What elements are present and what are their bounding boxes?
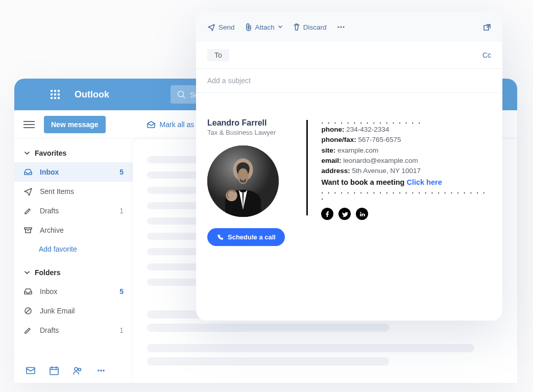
compose-panel: Send Attach Discard To Cc Leandro Farrel… [196,12,502,321]
sidebar-folder-inbox[interactable]: Inbox 5 [14,282,133,301]
recipients-row: To Cc [196,42,502,69]
pencil-icon [23,326,33,335]
popout-button[interactable] [483,23,491,31]
sidebar-folder-junk[interactable]: Junk Email [14,301,133,321]
svg-line-5 [26,309,30,313]
site-label: site: [321,146,335,154]
sidebar-item-label: Sent Items [40,187,74,195]
favorites-header[interactable]: Favorites [14,144,133,162]
schedule-call-button[interactable]: Schedule a call [207,228,285,246]
fax-label: phone/fax: [321,136,356,143]
svg-point-15 [103,370,104,371]
sidebar: Favorites Inbox 5 Sent Items Drafts 1 Ar… [14,139,133,383]
send-icon [23,187,33,196]
dots-decoration: . . . . . . . . . . . . . . . . [321,118,491,125]
twitter-icon[interactable] [338,208,351,220]
search-icon [177,90,186,99]
svg-point-13 [98,370,99,371]
email-value[interactable]: leonardo@example.com [343,157,418,164]
list-item [147,344,474,352]
more-icon[interactable] [96,365,106,376]
sidebar-item-label: Inbox [40,287,57,296]
facebook-icon[interactable] [321,208,333,220]
svg-point-14 [101,370,102,371]
avatar [207,145,279,217]
address-label: address: [321,167,350,175]
inbox-icon [23,287,33,296]
signature-name: Leandro Farrell [207,118,293,128]
fax-value: 567-765-6575 [358,136,401,143]
sidebar-item-inbox[interactable]: Inbox 5 [14,162,133,182]
email-label: email: [321,157,341,164]
svg-rect-6 [27,368,35,374]
sidebar-item-archive[interactable]: Archive [14,220,133,240]
signature-divider [306,120,308,215]
compose-body[interactable]: Leandro Farrell Tax & Business Lawyer [196,93,502,321]
svg-line-1 [183,96,185,99]
app-title: Outlook [75,89,109,100]
send-button[interactable]: Send [207,23,235,31]
cc-button[interactable]: Cc [482,51,491,59]
svg-point-0 [178,91,184,97]
site-value[interactable]: example.com [337,146,378,154]
sidebar-item-label: Drafts [40,207,59,215]
phone-label: phone: [321,126,344,133]
chevron-down-icon [278,24,283,30]
book-meeting-text: Want to book a meeting [321,178,404,186]
send-icon [207,23,215,31]
svg-point-11 [75,368,78,371]
discard-button[interactable]: Discard [293,23,327,31]
new-message-button[interactable]: New message [44,116,106,133]
svg-point-16 [338,27,339,28]
list-item [147,357,389,365]
sidebar-folder-drafts[interactable]: Drafts 1 [14,321,133,340]
add-favorite-link[interactable]: Add favorite [14,240,133,258]
signature-title: Tax & Business Lawyer [207,129,293,136]
folder-inbox-count: 5 [119,287,124,296]
subject-input[interactable] [207,77,491,85]
compose-toolbar: Send Attach Discard [196,12,502,42]
archive-icon [23,226,33,235]
chevron-down-icon [23,269,31,276]
drafts-count: 1 [119,207,124,215]
mail-open-icon [147,120,156,129]
menu-icon[interactable] [23,121,35,128]
book-meeting-link[interactable]: Click here [406,178,442,186]
attach-icon [245,23,252,31]
folder-drafts-count: 1 [119,326,124,334]
sidebar-item-label: Drafts [40,326,59,334]
to-chip[interactable]: To [207,49,229,61]
more-icon [337,23,345,31]
phone-icon [216,234,224,241]
mail-icon[interactable] [26,365,36,376]
inbox-icon [23,167,33,177]
sidebar-item-sent[interactable]: Sent Items [14,182,133,201]
svg-point-12 [79,369,81,371]
inbox-count: 5 [119,168,124,176]
address-value: 5th Avenue, NY 10017 [352,167,421,175]
block-icon [23,306,33,315]
pencil-icon [23,206,33,215]
svg-point-18 [343,27,344,28]
chevron-down-icon [23,150,31,157]
sidebar-item-label: Inbox [40,168,59,176]
phone-value: 234-432-2334 [346,126,389,133]
more-button[interactable] [337,23,345,31]
bottom-nav [14,358,133,383]
list-item [147,324,389,332]
calendar-icon[interactable] [49,365,59,376]
sidebar-item-label: Archive [40,226,64,234]
popout-icon [483,23,491,31]
folders-header[interactable]: Folders [14,263,133,282]
svg-rect-7 [50,368,58,375]
subject-row [196,69,502,93]
attach-button[interactable]: Attach [245,23,283,31]
sidebar-item-drafts[interactable]: Drafts 1 [14,201,133,220]
linkedin-icon[interactable] [356,208,368,220]
people-icon[interactable] [72,365,83,376]
email-signature: Leandro Farrell Tax & Business Lawyer [207,118,491,246]
trash-icon [293,23,300,31]
svg-point-17 [341,27,342,28]
app-launcher-icon[interactable] [45,90,65,99]
sidebar-item-label: Junk Email [40,307,75,315]
